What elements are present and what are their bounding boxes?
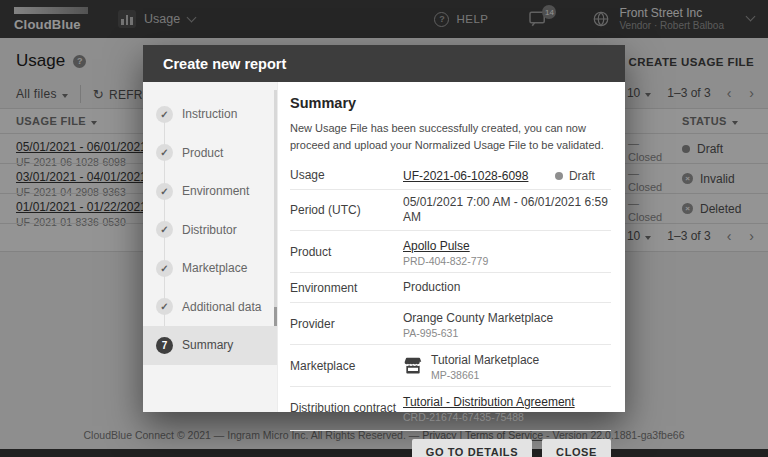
status-badge: Draft (555, 169, 595, 183)
contract-id: CRD-21674-67435-75488 (403, 411, 575, 423)
check-icon: ✓ (156, 298, 173, 315)
marketplace-id: MP-38661 (431, 369, 539, 381)
provider-id: PA-995-631 (403, 327, 553, 339)
go-to-details-button[interactable]: GO TO DETAILS (412, 439, 532, 457)
draft-status-icon (555, 172, 563, 180)
storefront-icon (403, 356, 423, 376)
summary-row-product: Product Apollo Pulse PRD-404-832-779 (290, 231, 611, 273)
marketplace-value: Tutorial Marketplace (431, 353, 539, 367)
step-summary[interactable]: 7 Summary (143, 326, 277, 365)
row-label: Marketplace (290, 359, 403, 373)
environment-value: Production (403, 280, 460, 295)
summary-description: New Usage File has been successfully cre… (290, 120, 611, 153)
step-environment[interactable]: ✓ Environment (143, 172, 277, 211)
modal-footer: GO TO DETAILS CLOSE (290, 430, 611, 457)
summary-row-marketplace: Marketplace Tutorial Marketplace MP-3866… (290, 345, 611, 387)
step-instruction[interactable]: ✓ Instruction (143, 95, 277, 134)
row-label: Provider (290, 317, 403, 331)
summary-panel: Summary New Usage File has been successf… (278, 82, 625, 412)
distribution-contract-link[interactable]: Tutorial - Distribution Agreement (403, 395, 575, 409)
summary-row-environment: Environment Production (290, 273, 611, 303)
period-value: 05/01/2021 7:00 AM - 06/01/2021 6:59 AM (403, 195, 611, 225)
row-label: Period (UTC) (290, 203, 403, 217)
step-number-icon: 7 (156, 337, 173, 354)
row-label: Distribution contract (290, 401, 403, 415)
step-distributor[interactable]: ✓ Distributor (143, 211, 277, 250)
check-icon: ✓ (156, 106, 173, 123)
check-icon: ✓ (156, 260, 173, 277)
check-icon: ✓ (156, 183, 173, 200)
check-icon: ✓ (156, 221, 173, 238)
step-additional-data[interactable]: ✓ Additional data (143, 288, 277, 327)
row-label: Usage (290, 168, 403, 182)
summary-heading: Summary (290, 95, 611, 111)
wizard-stepper: ✓ Instruction ✓ Product ✓ Environment ✓ … (143, 82, 278, 412)
modal-title: Create new report (143, 45, 625, 82)
screen: CloudBlue Usage ? HELP 14 Front Street (0, 0, 768, 457)
create-report-modal: Create new report ✓ Instruction ✓ Produc… (143, 45, 625, 412)
row-label: Product (290, 245, 403, 259)
check-icon: ✓ (156, 144, 173, 161)
provider-value: Orange County Marketplace (403, 311, 553, 325)
product-link[interactable]: Apollo Pulse (403, 239, 470, 253)
usage-file-link[interactable]: UF-2021-06-1028-6098 (403, 169, 528, 183)
summary-row-contract: Distribution contract Tutorial - Distrib… (290, 387, 611, 428)
summary-row-usage: Usage UF-2021-06-1028-6098 Draft (290, 160, 611, 190)
row-label: Environment (290, 281, 403, 295)
step-marketplace[interactable]: ✓ Marketplace (143, 249, 277, 288)
close-button[interactable]: CLOSE (542, 439, 611, 457)
summary-row-period: Period (UTC) 05/01/2021 7:00 AM - 06/01/… (290, 190, 611, 231)
summary-row-provider: Provider Orange County Marketplace PA-99… (290, 303, 611, 345)
step-product[interactable]: ✓ Product (143, 134, 277, 173)
product-id: PRD-404-832-779 (403, 255, 488, 267)
